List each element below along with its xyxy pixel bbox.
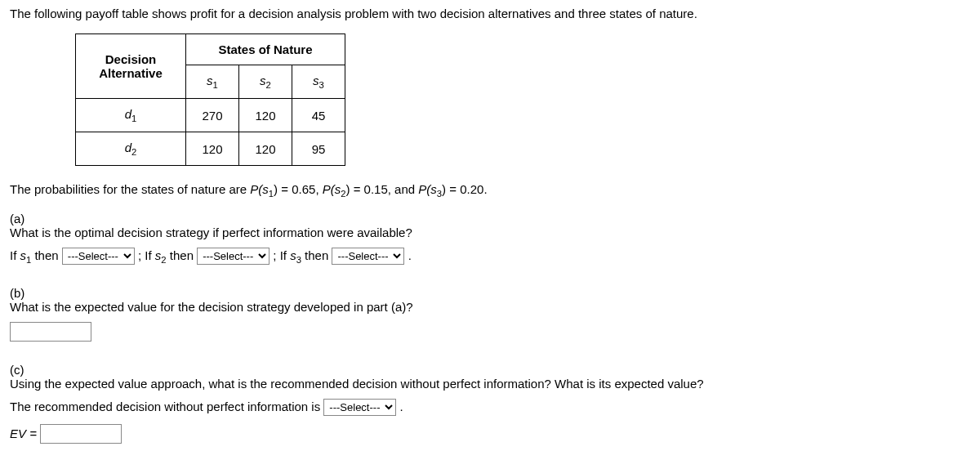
cell-d2-s3: 95: [292, 132, 345, 166]
col-s1: s1: [186, 65, 239, 99]
q-c-recommended-row: The recommended decision without perfect…: [10, 399, 944, 416]
cell-d1-s2: 120: [239, 99, 292, 132]
cell-d1-s1: 270: [186, 99, 239, 132]
select-recommended[interactable]: ---Select---: [323, 399, 396, 416]
cell-d1-s3: 45: [292, 99, 345, 132]
q-a-answer-row: If s1 then ---Select--- ; If s2 then ---…: [10, 248, 944, 265]
select-s2[interactable]: ---Select---: [197, 248, 270, 265]
row-d2-label: d2: [76, 132, 186, 166]
ev-label: EV =: [10, 427, 40, 440]
q-c-ev-row: EV =: [10, 424, 944, 444]
cell-d2-s1: 120: [186, 132, 239, 166]
col-s3: s3: [292, 65, 345, 99]
decision-header: Decision Alternative: [76, 34, 186, 99]
input-ev[interactable]: [40, 424, 122, 444]
payoff-table: Decision Alternative States of Nature s1…: [75, 33, 345, 166]
q-b-label: (b): [10, 286, 33, 300]
states-header: States of Nature: [186, 34, 345, 65]
probabilities-line: The probabilities for the states of natu…: [10, 182, 970, 199]
input-ev-part-a[interactable]: [10, 322, 91, 342]
question-c: (c) Using the expected value approach, w…: [10, 363, 970, 452]
col-s2: s2: [239, 65, 292, 99]
table-row: d1 270 120 45: [76, 99, 345, 132]
cell-d2-s2: 120: [239, 132, 292, 166]
question-b: (b) What is the expected value for the d…: [10, 286, 970, 350]
select-s3[interactable]: ---Select---: [332, 248, 404, 265]
payoff-table-container: Decision Alternative States of Nature s1…: [75, 33, 970, 166]
q-c-text: Using the expected value approach, what …: [10, 377, 944, 391]
q-c-label: (c): [10, 363, 33, 377]
q-b-text: What is the expected value for the decis…: [10, 300, 944, 314]
row-d1-label: d1: [76, 99, 186, 132]
table-row: d2 120 120 95: [76, 132, 345, 166]
q-a-label: (a): [10, 212, 33, 226]
question-a: (a) What is the optimal decision strateg…: [10, 212, 970, 273]
intro-text: The following payoff table shows profit …: [10, 7, 970, 20]
q-a-text: What is the optimal decision strategy if…: [10, 226, 944, 239]
select-s1[interactable]: ---Select---: [62, 248, 135, 265]
